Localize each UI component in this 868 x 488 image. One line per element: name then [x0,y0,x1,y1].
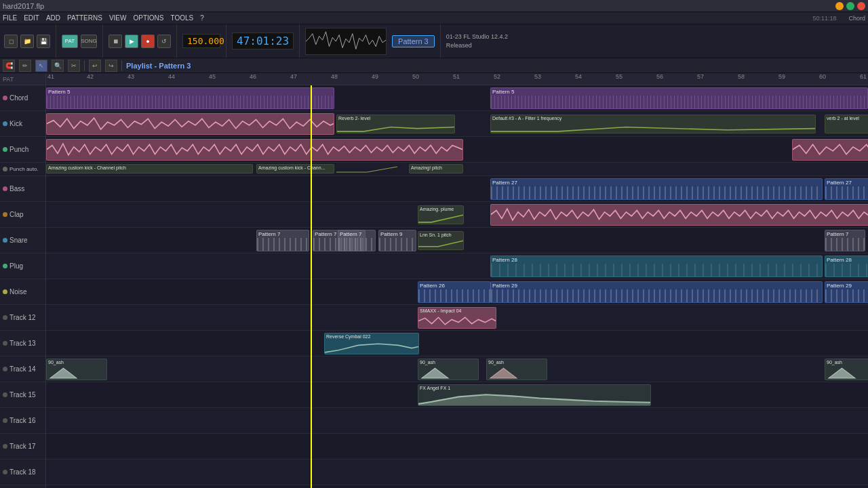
bpm-display[interactable]: 150.000 [182,34,220,48]
clip-kick-wave-left[interactable] [46,113,334,135]
clip-bass-pattern27-right[interactable]: Pattern 27 [825,178,868,200]
track-header-track15[interactable]: Track 15 [0,382,45,408]
track-header-track12[interactable]: Track 12 [0,305,45,331]
clip-track12-smaxx[interactable]: SMAXX - Impact 04 [418,307,496,329]
clip-noise-p26[interactable]: Pattern 26 [418,281,491,303]
track-header-track14[interactable]: Track 14 [0,357,45,382]
close-button[interactable] [857,2,865,10]
track-row-track14[interactable]: 90_ash 90_ash 90_a [46,357,868,382]
menu-edit[interactable]: EDIT [24,14,39,22]
clip-track14-90ash-4[interactable]: 90_ash [825,359,868,380]
track-row-clap[interactable]: Amazing. plume [46,202,868,228]
save-button[interactable]: 💾 [37,35,50,48]
clip-content [47,96,334,108]
open-button[interactable]: 📁 [20,35,34,48]
clip-punch-auto-3[interactable]: Amazing! pitch [409,164,463,174]
clip-snare-automation[interactable]: Lnn Sn. 1 pitch [418,231,464,250]
clip-kick-filter-automation[interactable]: Default #3 - A - Filter 1 frequency [490,115,816,134]
redo-btn[interactable]: ↪ [105,60,117,72]
menu-add[interactable]: ADD [46,14,60,22]
clip-track15-fx-angel[interactable]: FX Angel FX 1 [418,384,651,406]
clip-noise-p29-left[interactable]: Pattern 29 [490,281,823,303]
track-row-track16[interactable] [46,408,868,434]
clip-plug-p28-left[interactable]: Pattern 28 [490,256,823,277]
record-button[interactable]: ● [141,35,155,48]
clip-bass-pattern27-left[interactable]: Pattern 27 [490,178,823,200]
track-row-punch[interactable] [46,137,868,163]
track-header-plug[interactable]: Plug [0,253,45,279]
menu-view[interactable]: VIEW [109,14,127,22]
clip-chord-pattern5-left[interactable]: Pattern 5 [46,87,334,109]
menu-tools[interactable]: TOOLS [170,14,193,22]
track-header-track13[interactable]: Track 13 [0,331,45,357]
track-header-punch[interactable]: Punch [0,137,45,163]
minimize-button[interactable] [835,2,844,10]
menu-help[interactable]: ? [200,14,204,22]
track-name-bass: Bass [9,185,24,192]
pattern-mode-btn[interactable]: PAT [62,35,78,48]
track-header-snare[interactable]: Snare [0,228,45,253]
track-row-track12[interactable]: SMAXX - Impact 04 [46,305,868,331]
menu-patterns[interactable]: PATTERNS [67,14,102,22]
clip-snare-p7-1[interactable]: Pattern 7 [256,230,309,251]
clip-label: FX Angel FX 1 [418,385,650,391]
clip-kick-automation[interactable]: Reverb 2- level [336,115,455,134]
clip-noise-p29-right[interactable]: Pattern 29 [825,281,868,303]
clip-kick-reverb-right[interactable]: verb 2 - at level [825,115,868,134]
menu-options[interactable]: OPTIONS [133,14,163,22]
maximize-button[interactable] [846,2,854,10]
track-header-clap[interactable]: Clap [0,202,45,228]
clip-punch-wave-right[interactable] [792,139,868,161]
timeline-area[interactable]: 41 42 43 44 45 46 47 48 49 50 51 52 53 5… [46,73,868,488]
pencil-tool[interactable]: ✏ [19,60,31,72]
clip-clap-wave[interactable] [490,204,868,226]
clip-content [491,96,867,108]
track-row-punch-auto[interactable]: Amazing custom kick - Channel pitch Amaz… [46,163,868,176]
menu-file[interactable]: FILE [3,14,17,22]
clip-chord-pattern5-right[interactable]: Pattern 5 [490,87,868,109]
clip-punch-auto-2[interactable]: Amazing custom kick - Chann... [256,164,334,174]
clip-track14-90ash-3[interactable]: 90_ash [486,359,547,380]
pattern-button[interactable]: Pattern 3 [392,35,435,47]
track-row-chord[interactable]: Pattern 5 Pattern 5 [46,85,868,111]
clip-track14-90ash-2[interactable]: 90_ash [418,359,479,380]
track-header-bass[interactable]: Bass [0,176,45,202]
clip-punch-wave[interactable] [46,139,463,161]
play-button[interactable]: ▶ [125,35,138,48]
track-header-chord[interactable]: Chord [0,85,45,111]
clip-track14-90ash-1[interactable]: 90_ash [46,359,107,380]
select-tool[interactable]: ↖ [35,60,47,72]
track-header-track17[interactable]: Track 17 [0,434,45,460]
track-row-plug[interactable]: Pattern 28 Pattern 28 [46,253,868,279]
new-button[interactable]: ◻ [4,35,18,48]
undo-btn[interactable]: ↩ [89,60,101,72]
track-row-track18[interactable] [46,460,868,485]
track-header-track18[interactable]: Track 18 [0,460,45,485]
track-row-track19[interactable] [46,485,868,488]
track-header-punch-auto[interactable]: Punch auto. [0,163,45,176]
track-header-noise[interactable]: Noise [0,279,45,305]
zoom-tool[interactable]: 🔍 [52,60,64,72]
track-header-kick[interactable]: Kick [0,111,45,137]
clip-track13-reverse-cymbal[interactable]: Reverse Cymbal 022 [324,333,419,354]
clip-snare-p7-3[interactable]: Pattern 7 [338,230,376,251]
track-header-track19[interactable]: Track 19 [0,485,45,488]
track-row-track17[interactable] [46,434,868,460]
clip-punch-auto-1[interactable]: Amazing custom kick - Channel pitch [46,164,253,174]
track-row-track15[interactable]: FX Angel FX 1 [46,382,868,408]
song-mode-btn[interactable]: SONG [81,35,97,48]
stop-button[interactable]: ⏹ [108,35,122,48]
loop-button[interactable]: ↺ [157,35,171,48]
clip-clap-automation[interactable]: Amazing. plume [418,205,464,224]
clip-snare-p9[interactable]: Pattern 9 [378,230,416,251]
track-header-track16[interactable]: Track 16 [0,408,45,434]
clip-snare-p7-right1[interactable]: Pattern 7 [825,230,865,251]
track-row-snare[interactable]: Pattern 7 Pattern 7 Pattern 7 Pattern 9 [46,228,868,253]
track-row-track13[interactable]: Reverse Cymbal 022 [46,331,868,357]
track-row-noise[interactable]: Pattern 26 Pattern 29 Pattern 29 [46,279,868,305]
track-row-kick[interactable]: Reverb 2- level Default #3 - A - Filter … [46,111,868,137]
clip-plug-p28-right[interactable]: Pattern 28 [825,256,868,277]
track-row-bass[interactable]: Pattern 27 Pattern 27 [46,176,868,202]
scissors-tool[interactable]: ✂ [68,60,80,72]
magnet-tool[interactable]: 🧲 [3,60,15,72]
